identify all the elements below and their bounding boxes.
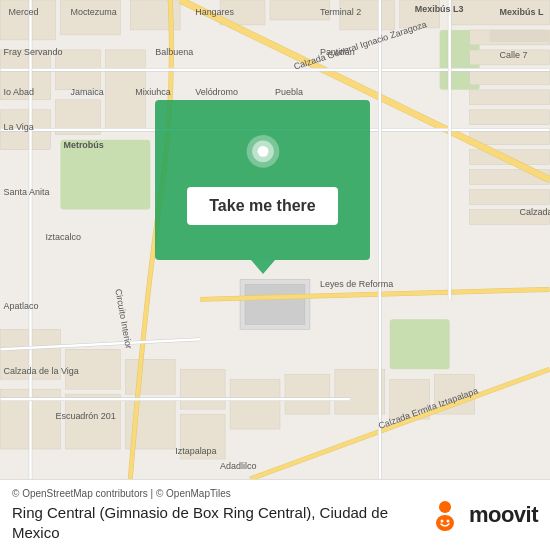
svg-text:Puebla: Puebla xyxy=(275,87,303,97)
place-name: Ring Central (Gimnasio de Box Ring Centr… xyxy=(12,503,415,542)
svg-rect-17 xyxy=(470,130,550,145)
svg-text:Iztacalco: Iztacalco xyxy=(45,232,80,242)
svg-text:Calle 7: Calle 7 xyxy=(500,50,528,60)
take-me-there-button[interactable]: Take me there xyxy=(187,187,337,225)
svg-text:Moctezuma: Moctezuma xyxy=(70,7,116,17)
footer: © OpenStreetMap contributors | © OpenMap… xyxy=(0,479,550,550)
svg-text:Leyes de Reforma: Leyes de Reforma xyxy=(320,279,393,289)
svg-rect-5 xyxy=(60,0,120,35)
svg-point-95 xyxy=(439,501,451,513)
svg-text:Merced: Merced xyxy=(9,7,39,17)
svg-rect-37 xyxy=(285,374,330,414)
svg-rect-32 xyxy=(125,359,175,394)
svg-text:Calzada G: Calzada G xyxy=(519,207,550,217)
svg-rect-42 xyxy=(245,284,305,324)
svg-text:Jamaica: Jamaica xyxy=(70,87,103,97)
svg-text:Velódromo: Velódromo xyxy=(195,87,238,97)
svg-rect-2 xyxy=(390,319,450,369)
svg-text:La Viga: La Viga xyxy=(4,122,34,132)
svg-text:Terminal 2: Terminal 2 xyxy=(320,7,361,17)
svg-point-94 xyxy=(257,146,268,157)
svg-rect-14 xyxy=(470,70,550,85)
map-container: Merced Moctezuma Hangares Terminal 2 Mex… xyxy=(0,0,550,479)
footer-text: © OpenStreetMap contributors | © OpenMap… xyxy=(12,488,415,542)
svg-text:Apatlaco: Apatlaco xyxy=(4,301,39,311)
svg-rect-20 xyxy=(470,190,550,205)
svg-point-97 xyxy=(440,520,443,523)
svg-rect-38 xyxy=(335,369,385,414)
svg-text:Mexibús L: Mexibús L xyxy=(500,7,544,17)
svg-text:Metrobús: Metrobús xyxy=(63,140,103,150)
moovit-logo: moovit xyxy=(427,497,538,533)
app: Merced Moctezuma Hangares Terminal 2 Mex… xyxy=(0,0,550,550)
svg-rect-1 xyxy=(60,140,150,210)
svg-text:Santa Anita: Santa Anita xyxy=(4,187,50,197)
svg-rect-16 xyxy=(470,110,550,125)
svg-text:Adadlilco: Adadlilco xyxy=(220,461,256,471)
svg-rect-31 xyxy=(65,394,120,449)
svg-text:Calzada de la Viga: Calzada de la Viga xyxy=(4,366,79,376)
svg-rect-15 xyxy=(470,90,550,105)
svg-rect-36 xyxy=(230,379,280,429)
svg-point-96 xyxy=(436,515,454,531)
svg-rect-34 xyxy=(180,369,225,409)
location-pin-icon xyxy=(243,135,283,175)
moovit-label: moovit xyxy=(469,502,538,528)
svg-text:Balbuena: Balbuena xyxy=(155,47,193,57)
svg-text:Hangares: Hangares xyxy=(195,7,234,17)
svg-text:Escuadrón 201: Escuadrón 201 xyxy=(55,411,115,421)
location-popup: Take me there xyxy=(155,100,370,260)
svg-rect-22 xyxy=(490,30,550,42)
attribution-text: © OpenStreetMap contributors | © OpenMap… xyxy=(12,488,415,499)
svg-point-98 xyxy=(446,520,449,523)
svg-text:Iztapalapa: Iztapalapa xyxy=(175,446,216,456)
moovit-icon xyxy=(427,497,463,533)
svg-text:Mexibús L3: Mexibús L3 xyxy=(415,4,464,14)
svg-text:Mixiuhca: Mixiuhca xyxy=(135,87,170,97)
svg-text:Fray Servando: Fray Servando xyxy=(4,47,63,57)
svg-text:Io Abad: Io Abad xyxy=(4,87,34,97)
